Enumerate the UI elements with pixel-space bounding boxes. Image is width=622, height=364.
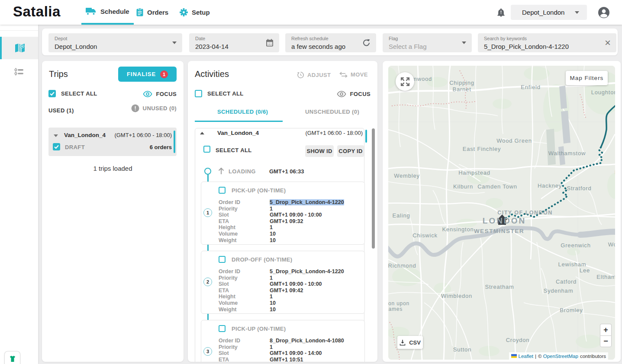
search-label: Search by keywords	[484, 36, 610, 42]
date-filter-label: Date	[195, 36, 273, 42]
move-label: MOVE	[351, 71, 368, 78]
vehicle-collapse-icon[interactable]	[200, 132, 204, 134]
field-value: GMT+1 10:51	[270, 357, 303, 362]
move-button[interactable]: MOVE	[339, 71, 368, 78]
tab-orders[interactable]: Orders	[131, 0, 174, 25]
scrollbar-thumb[interactable]	[372, 128, 375, 249]
stop-checkbox[interactable]	[219, 325, 226, 332]
zoom-in-button[interactable]: +	[600, 324, 612, 335]
vehicle-select-all-checkbox[interactable]	[203, 146, 210, 153]
trip-collapse-icon[interactable]	[54, 134, 58, 137]
map-place-label: Chiswick	[413, 232, 438, 239]
activities-focus[interactable]: FOCUS	[337, 91, 371, 97]
field-value: 1	[270, 344, 273, 350]
field-value: GMT+1 09:42	[270, 287, 303, 294]
stop-checkbox[interactable]	[219, 256, 226, 263]
left-sidebar	[0, 25, 38, 364]
stop-card[interactable]: PICK-UP (ON-TIME)Order ID8_Drop_Pick_Lon…	[201, 320, 365, 362]
stop-number-circle: 3	[203, 347, 212, 356]
unused-tab[interactable]: UNUSED (0)	[131, 104, 177, 112]
field-value: 1	[270, 224, 273, 230]
field-label: Slot	[219, 281, 270, 287]
notification-bell-icon[interactable]	[497, 8, 505, 17]
top-navbar: Satalia Schedule Orders Setup Depot_Lond…	[0, 0, 622, 25]
refresh-icon[interactable]	[362, 39, 371, 47]
trip-checkbox[interactable]	[53, 143, 60, 150]
sidebar-item-schedule-map[interactable]	[0, 37, 38, 59]
stop-card[interactable]: PICK-UP (ON-TIME)Order ID5_Drop_Pick_Lon…	[201, 182, 365, 245]
stop-type-label: PICK-UP (ON-TIME)	[232, 326, 286, 332]
vehicle-select-all-label: SELECT ALL	[216, 147, 252, 153]
map-place-label: Wimbledon	[441, 293, 472, 299]
map[interactable]: hamwoodChippingBarnetEnfieldLoughtonWood…	[388, 66, 615, 360]
eye-icon	[143, 91, 152, 97]
clipboard-icon	[136, 8, 143, 16]
keyword-search[interactable]: Search by keywords 5_Drop_Pick_London-4-…	[478, 33, 616, 52]
adjust-label: ADJUST	[307, 72, 331, 78]
vehicle-name: Van_London_4	[217, 130, 259, 136]
flag-filter[interactable]: Flag Select a Flag	[383, 33, 472, 52]
trips-loaded-status: 1 trips loaded	[42, 165, 184, 172]
tshirt-icon	[9, 355, 16, 362]
stop-checkbox[interactable]	[219, 187, 226, 194]
adjust-button[interactable]: ADJUST	[297, 71, 331, 79]
csv-download-button[interactable]: CSV	[397, 336, 423, 349]
focus-label: FOCUS	[156, 91, 177, 97]
zoom-out-label: −	[603, 337, 608, 346]
tab-unscheduled[interactable]: UNSCHEDULED (0)	[305, 109, 359, 115]
map-place-label: Walthamstow	[548, 150, 586, 156]
map-place-label: Richmond	[388, 262, 416, 269]
map-place-label: Sutton	[453, 346, 471, 353]
used-tab[interactable]: USED (1)	[48, 107, 74, 114]
zoom-in-label: +	[603, 326, 608, 335]
feedback-widget-button[interactable]	[4, 351, 20, 364]
filter-bar: Depot Depot_London Date 2023-04-14 Refre…	[42, 29, 618, 55]
stop-number-circle: 2	[203, 278, 212, 286]
map-place-label: ngton upon	[388, 300, 409, 307]
stop-card[interactable]: DROP-OFF (ON-TIME)Order ID5_Drop_Pick_Lo…	[201, 251, 365, 314]
focus-label: FOCUS	[350, 91, 371, 97]
activities-title: Activities	[195, 69, 229, 79]
account-avatar-icon[interactable]	[598, 6, 610, 19]
depot-filter[interactable]: Depot Depot_London	[48, 33, 182, 52]
map-place-label: Streatham	[485, 284, 514, 290]
trips-title: Trips	[49, 69, 68, 79]
field-value: 8_Drop_Pick_London-4-1080	[270, 338, 344, 344]
sidebar-item-steps[interactable]	[0, 61, 38, 83]
tab-scheduled[interactable]: SCHEDULED (0/6)	[217, 109, 268, 115]
field-label: ETA	[219, 218, 270, 225]
map-expand-button[interactable]	[396, 72, 414, 91]
trips-focus[interactable]: FOCUS	[143, 91, 177, 97]
tab-schedule[interactable]: Schedule	[81, 0, 134, 25]
show-id-button[interactable]: SHOW ID	[305, 145, 334, 157]
activities-select-all[interactable]: SELECT ALL	[195, 90, 244, 97]
activities-list: Van_London_4 (GMT+1 06:00 - 18:00) SELEC…	[188, 122, 377, 362]
loading-stop-time: GMT+1 06:33	[269, 168, 304, 175]
loading-stop-circle	[204, 168, 211, 175]
select-all-label: SELECT ALL	[61, 90, 97, 97]
depot-select[interactable]: Depot_London	[511, 5, 587, 20]
date-filter[interactable]: Date 2023-04-14	[189, 33, 279, 52]
field-label: Weight	[219, 237, 270, 244]
map-filters-button[interactable]: Map Filters	[566, 71, 608, 85]
select-all-checkbox[interactable]	[195, 90, 202, 97]
zoom-out-button[interactable]: −	[600, 335, 612, 347]
map-place-label: Loughton	[591, 89, 615, 96]
tab-setup[interactable]: Setup	[174, 0, 215, 25]
select-all-checkbox[interactable]	[48, 90, 56, 97]
chevron-down-icon	[462, 42, 466, 44]
unused-tab-label: UNUSED (0)	[143, 105, 177, 112]
trips-select-all[interactable]: SELECT ALL	[48, 90, 97, 97]
finalise-button[interactable]: FINALISE 1	[118, 67, 177, 82]
map-place-label: Wood Green	[496, 137, 532, 144]
finalise-label: FINALISE	[127, 71, 156, 77]
depot-filter-label: Depot	[55, 36, 176, 42]
clear-search-icon[interactable]: ×	[605, 38, 611, 47]
map-place-label: Ealing	[393, 212, 410, 219]
refresh-schedule[interactable]: Refresh schedule a few seconds ago	[285, 33, 376, 52]
date-filter-value: 2023-04-14	[195, 42, 273, 51]
copy-id-button[interactable]: COPY ID	[337, 145, 364, 157]
trip-card[interactable]: Van_London_4 (GMT+1 06:00 - 18:00) DRAFT…	[48, 128, 177, 156]
vehicle-color-bar	[365, 130, 367, 143]
field-value: 1	[270, 294, 273, 300]
